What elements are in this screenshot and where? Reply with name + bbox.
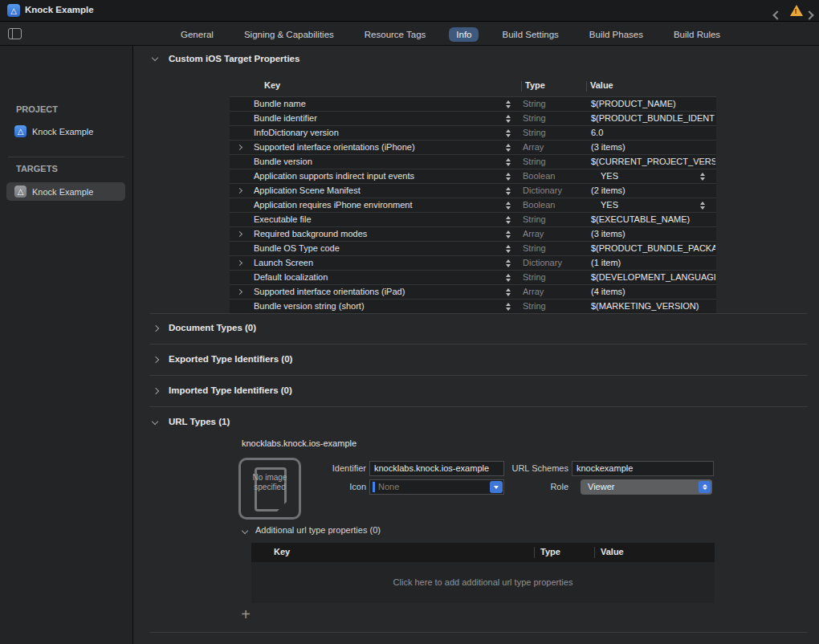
tab-build-rules[interactable]: Build Rules [666,27,727,42]
disclosure-chevron-icon[interactable] [237,231,242,237]
additional-table-empty-area[interactable]: Click here to add additional url type pr… [251,562,715,603]
up-arrow-icon [506,245,511,248]
disclosure-chevron-icon[interactable] [237,289,242,295]
key-stepper-icon[interactable] [506,245,511,253]
tab-general[interactable]: General [173,27,221,42]
property-type: Boolean [523,198,555,212]
additional-properties-title[interactable]: Additional url type properties (0) [255,525,381,535]
property-key: Application supports indirect input even… [254,169,414,183]
property-key: Launch Screen [254,256,313,270]
section-imported-type-identifiers[interactable]: Imported Type Identifiers (0) [169,385,292,395]
key-stepper-icon[interactable] [506,274,511,282]
property-value[interactable]: $(DEVELOPMENT_LANGUAGI [591,271,715,284]
table-row[interactable]: Launch ScreenDictionary(1 item) [230,256,716,271]
key-stepper-icon[interactable] [506,303,511,311]
disclosure-chevron-icon[interactable] [237,188,242,194]
url-schemes-input[interactable]: knockexample [572,461,714,476]
chevron-down-icon[interactable] [152,418,158,425]
property-type: String [523,126,546,140]
custom-properties-section-title[interactable]: Custom iOS Target Properties [169,54,299,63]
sidebar-toggle-icon[interactable] [8,28,22,39]
disclosure-chevron-icon[interactable] [237,260,242,266]
table-row[interactable]: Executable fileString$(EXECUTABLE_NAME) [230,213,716,227]
key-stepper-icon[interactable] [506,230,511,238]
down-arrow-icon [700,206,705,210]
property-value[interactable]: YES [601,169,725,183]
chevron-left-icon [772,10,781,19]
key-stepper-icon[interactable] [506,202,511,210]
tab-build-phases[interactable]: Build Phases [582,27,650,42]
chevron-right-icon[interactable] [153,325,159,332]
property-value[interactable]: $(PRODUCT_BUNDLE_PACKA [591,242,715,255]
tab-info[interactable]: Info [449,27,479,42]
key-stepper-icon[interactable] [506,100,511,108]
section-document-types[interactable]: Document Types (0) [169,323,256,332]
key-stepper-icon[interactable] [506,288,511,296]
property-value[interactable]: YES [601,198,725,212]
table-row[interactable]: Bundle versionString$(CURRENT_PROJECT_VE… [230,155,716,169]
chevron-right-icon[interactable] [153,357,159,363]
sidebar-item-project[interactable]: △ Knock Example [14,125,93,137]
property-value[interactable]: (3 items) [591,227,715,241]
property-value[interactable]: (1 item) [591,256,715,270]
key-stepper-icon[interactable] [506,173,511,181]
property-value[interactable]: (4 items) [591,285,715,299]
property-value[interactable]: $(PRODUCT_BUNDLE_IDENT [591,112,715,125]
value-stepper-icon[interactable] [700,173,705,181]
warning-icon[interactable]: ! [790,5,803,16]
property-type: String [523,155,546,169]
tab-signing-capabilities[interactable]: Signing & Capabilities [237,27,341,42]
disclosure-chevron-icon[interactable] [237,145,242,150]
table-row[interactable]: Application supports indirect input even… [230,169,716,184]
column-divider[interactable] [521,81,522,92]
key-stepper-icon[interactable] [506,129,511,137]
page-fold [277,502,287,512]
tab-resource-tags[interactable]: Resource Tags [357,27,434,42]
chevron-down-icon[interactable] [242,528,248,534]
column-divider[interactable] [594,547,595,558]
table-row[interactable]: Required background modesArray(3 items) [230,227,716,242]
table-row[interactable]: Bundle nameString$(PRODUCT_NAME) [230,97,716,112]
key-stepper-icon[interactable] [506,158,511,166]
key-stepper-icon[interactable] [506,216,511,224]
property-value[interactable]: (3 items) [591,141,715,154]
table-row[interactable]: Bundle OS Type codeString$(PRODUCT_BUNDL… [230,242,716,256]
key-stepper-icon[interactable] [506,115,511,123]
property-value[interactable]: $(PRODUCT_NAME) [591,97,715,111]
tab-build-settings[interactable]: Build Settings [495,27,565,42]
table-row[interactable]: InfoDictionary versionString6.0 [230,126,716,141]
property-type: String [523,213,546,226]
section-url-types[interactable]: URL Types (1) [169,417,230,426]
forward-button[interactable] [806,7,813,22]
section-exported-type-identifiers[interactable]: Exported Type Identifiers (0) [169,354,292,364]
table-row[interactable]: Application requires iPhone environmentB… [230,198,716,213]
property-value[interactable]: 6.0 [591,126,715,140]
project-item-label: Knock Example [32,127,93,137]
table-row[interactable]: Bundle identifierString$(PRODUCT_BUNDLE_… [230,112,716,126]
chevron-right-icon[interactable] [153,388,159,394]
key-stepper-icon[interactable] [506,259,511,267]
property-type: Boolean [523,169,555,183]
table-row[interactable]: Application Scene ManifestDictionary(2 i… [230,184,716,198]
down-arrow-icon [506,264,511,267]
property-value[interactable]: $(EXECUTABLE_NAME) [591,213,715,226]
table-row[interactable]: Bundle version string (short)String$(MAR… [230,300,716,314]
back-button[interactable] [774,7,780,22]
add-url-type-button[interactable]: + [238,605,253,624]
sidebar-item-target-selected[interactable]: △ Knock Example [6,182,125,201]
property-value[interactable]: (2 items) [591,184,715,198]
chevron-down-icon[interactable] [152,55,158,61]
chevron-right-icon [805,10,813,19]
table-row[interactable]: Default localizationString$(DEVELOPMENT_… [230,271,716,285]
property-value[interactable]: $(MARKETING_VERSION) [591,300,715,313]
table-row[interactable]: Supported interface orientations (iPhone… [230,141,716,155]
role-popup-button[interactable]: Viewer [581,479,712,495]
property-value[interactable]: $(CURRENT_PROJECT_VERS [591,155,715,169]
value-stepper-icon[interactable] [700,202,705,210]
column-divider[interactable] [586,81,587,92]
key-stepper-icon[interactable] [506,144,511,152]
column-header-value: Value [601,547,624,556]
key-stepper-icon[interactable] [506,187,511,195]
table-row[interactable]: Supported interface orientations (iPad)A… [230,285,716,300]
column-divider[interactable] [534,547,535,558]
